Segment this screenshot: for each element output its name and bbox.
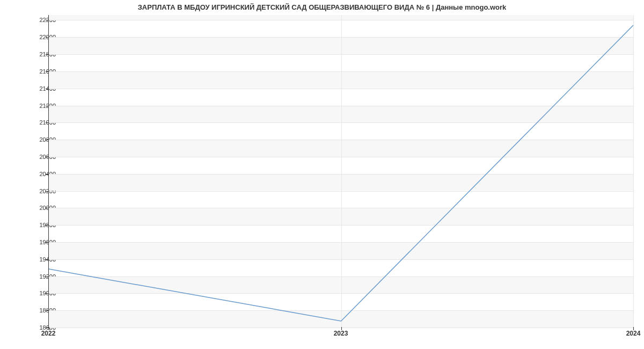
x-tick [633,327,634,330]
chart-line-series [49,15,633,327]
x-tick [341,327,342,330]
chart-title: ЗАРПЛАТА В МБДОУ ИГРИНСКИЙ ДЕТСКИЙ САД О… [0,3,644,11]
x-tick-label: 2023 [334,330,348,337]
x-tick-label: 2022 [41,330,56,337]
x-tick [49,327,49,330]
x-tick-label: 2024 [626,330,641,337]
x-gridline [633,15,634,327]
plot-area [48,15,633,328]
